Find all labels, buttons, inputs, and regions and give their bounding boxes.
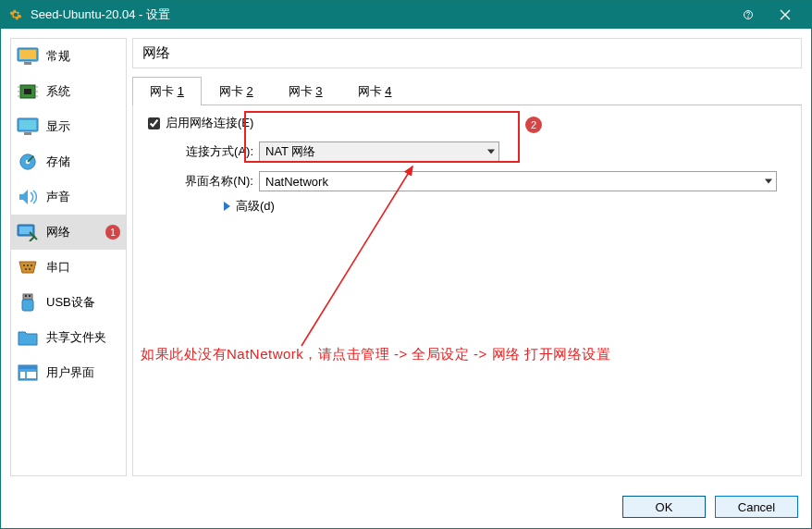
svg-rect-30 <box>18 365 37 369</box>
sidebar-item-storage[interactable]: 存储 <box>11 144 126 179</box>
sidebar-item-network[interactable]: 网络 1 <box>11 215 126 250</box>
svg-rect-14 <box>19 120 36 129</box>
svg-point-21 <box>27 264 29 266</box>
svg-rect-4 <box>24 62 31 65</box>
svg-point-20 <box>23 264 25 266</box>
sidebar-item-interface[interactable]: 用户界面 <box>11 355 126 390</box>
section-title: 网络 <box>132 38 802 68</box>
enable-network-label: 启用网络连接(E) <box>166 115 253 131</box>
sidebar-item-label: 串口 <box>46 259 70 276</box>
svg-rect-27 <box>25 295 27 297</box>
chevron-down-icon <box>487 150 495 154</box>
serial-port-icon <box>17 257 39 277</box>
layout-icon <box>17 363 39 383</box>
attached-to-label: 连接方式(A): <box>163 143 259 160</box>
window-close-button[interactable] <box>767 1 804 29</box>
svg-rect-15 <box>24 132 31 135</box>
svg-rect-6 <box>24 89 31 94</box>
tab-nic-2[interactable]: 网卡 2 <box>202 77 271 105</box>
nic-tabs: 网卡 1 网卡 2 网卡 3 网卡 4 <box>132 76 802 105</box>
network-icon <box>17 222 39 242</box>
sidebar-item-system[interactable]: 系统 <box>11 74 126 109</box>
disk-icon <box>17 152 39 172</box>
network-name-dropdown[interactable]: NatNetwork <box>259 171 777 191</box>
annotation-note: 如果此处没有NatNetwork，请点击管理 -> 全局设定 -> 网络 打开网… <box>141 346 610 363</box>
sidebar-item-label: 存储 <box>46 154 70 170</box>
sidebar-item-audio[interactable]: 声音 <box>11 179 126 215</box>
content-pane: 网络 网卡 1 网卡 2 网卡 3 网卡 4 启用网络连接(E) 连接方式(A)… <box>132 38 802 476</box>
folder-icon <box>17 327 39 348</box>
advanced-toggle[interactable]: 高级(d) <box>224 198 788 215</box>
svg-rect-32 <box>27 372 36 378</box>
window-titlebar: Seed-Ubuntu-20.04 - 设置 <box>1 1 811 29</box>
sidebar-item-label: 共享文件夹 <box>46 329 106 346</box>
triangle-right-icon <box>224 202 230 211</box>
svg-point-22 <box>31 264 32 266</box>
monitor-icon <box>17 117 39 137</box>
sidebar-item-shared-folders[interactable]: 共享文件夹 <box>11 320 126 355</box>
speaker-icon <box>17 187 39 207</box>
sidebar-item-usb[interactable]: USB设备 <box>11 285 126 320</box>
network-name-value: NatNetwork <box>265 175 328 189</box>
gear-icon <box>8 7 23 22</box>
cancel-button[interactable]: Cancel <box>715 496 798 518</box>
usb-icon <box>17 292 39 313</box>
svg-rect-26 <box>22 300 33 311</box>
tab-nic-4[interactable]: 网卡 4 <box>340 77 410 105</box>
sidebar-item-label: 用户界面 <box>46 364 94 381</box>
chevron-down-icon <box>765 179 772 184</box>
svg-rect-3 <box>19 50 36 59</box>
window-title: Seed-Ubuntu-20.04 - 设置 <box>31 6 170 23</box>
sidebar-item-display[interactable]: 显示 <box>11 109 126 144</box>
enable-network-checkbox[interactable] <box>148 117 160 129</box>
sidebar-item-label: 常规 <box>46 48 70 65</box>
svg-point-24 <box>29 268 31 270</box>
chip-icon <box>17 81 39 102</box>
sidebar-item-label: USB设备 <box>46 294 95 311</box>
dialog-footer: OK Cancel <box>1 486 811 528</box>
sidebar: 常规 系统 显示 存储 声音 网络 1 串口 USB设备 <box>10 38 127 476</box>
sidebar-item-label: 网络 <box>46 224 70 240</box>
svg-rect-28 <box>29 295 31 297</box>
sidebar-item-label: 显示 <box>46 118 70 135</box>
annotation-badge-2: 2 <box>525 117 542 133</box>
svg-point-23 <box>25 268 27 270</box>
sidebar-item-general[interactable]: 常规 <box>11 39 126 74</box>
attached-to-value: NAT 网络 <box>265 143 315 160</box>
window-help-button[interactable] <box>730 1 767 29</box>
svg-rect-25 <box>23 294 32 300</box>
monitor-yellow-icon <box>17 46 39 67</box>
nic-panel: 启用网络连接(E) 连接方式(A): NAT 网络 界面名称(N): NatNe… <box>132 105 802 476</box>
tab-nic-1[interactable]: 网卡 1 <box>132 77 202 105</box>
dialog-body: 常规 系统 显示 存储 声音 网络 1 串口 USB设备 <box>1 29 811 486</box>
ok-button[interactable]: OK <box>622 496 706 518</box>
svg-rect-31 <box>20 372 25 378</box>
sidebar-item-label: 声音 <box>46 189 70 205</box>
sidebar-item-label: 系统 <box>46 83 70 100</box>
sidebar-item-serial[interactable]: 串口 <box>11 250 126 285</box>
advanced-label: 高级(d) <box>236 198 275 215</box>
tab-nic-3[interactable]: 网卡 3 <box>271 77 340 105</box>
annotation-badge-1: 1 <box>105 225 120 240</box>
svg-point-1 <box>748 17 749 18</box>
network-name-label: 界面名称(N): <box>163 173 259 190</box>
attached-to-dropdown[interactable]: NAT 网络 <box>259 141 499 162</box>
